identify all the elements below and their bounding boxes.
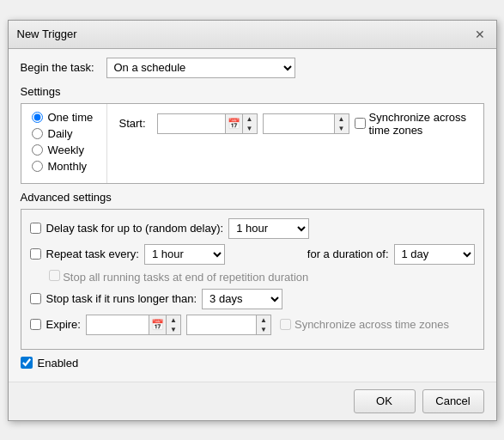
settings-label: Settings <box>21 85 484 98</box>
enabled-label: Enabled <box>38 357 79 370</box>
for-duration-label: for a duration of: <box>307 248 389 260</box>
advanced-group: Delay task for up to (random delay): 1 h… <box>21 209 484 350</box>
radio-one-time-label: One time <box>48 111 94 124</box>
close-button[interactable]: ✕ <box>472 27 488 42</box>
stop-longer-label: Stop task if it runs longer than: <box>46 292 197 305</box>
delay-select-wrap: 1 hour 30 minutes 1 day <box>228 218 309 239</box>
radio-daily[interactable]: Daily <box>32 127 96 140</box>
radio-group: One time Daily Weekly Monthly <box>21 104 107 183</box>
stop-longer-select-wrap: 3 days 30 minutes 1 hour 2 hours 4 hours… <box>202 289 282 309</box>
time-spin-up[interactable]: ▲ <box>335 114 349 124</box>
footer: OK Cancel <box>9 382 496 420</box>
start-row: Start: 10/17/2024 📅 ▲ ▼ 3:46:33 AM ▲ <box>116 111 475 137</box>
expire-time-input[interactable]: 3:46:34 AM <box>187 315 256 334</box>
date-spin-down[interactable]: ▼ <box>243 124 257 133</box>
repeat-label: Repeat task every: <box>46 248 139 260</box>
start-label: Start: <box>119 117 152 130</box>
sync-timezone-row: Synchronize across time zones <box>355 111 475 137</box>
calendar-button[interactable]: 📅 <box>225 114 242 133</box>
expire-row: Expire: 10/17/2025 📅 ▲ ▼ 3:46:34 AM ▲ ▼ <box>30 315 475 335</box>
expire-calendar-button[interactable]: 📅 <box>149 315 166 334</box>
cancel-button[interactable]: Cancel <box>422 389 484 413</box>
enabled-checkbox[interactable] <box>21 357 33 369</box>
start-time-input-wrap: 3:46:33 AM ▲ ▼ <box>263 113 349 134</box>
start-date-input[interactable]: 10/17/2024 <box>158 114 225 133</box>
begin-task-row: Begin the task: On a schedule At log on … <box>21 58 484 78</box>
radio-weekly-label: Weekly <box>48 144 84 156</box>
enabled-row: Enabled <box>21 357 484 370</box>
expire-sync-label: Synchronize across time zones <box>295 318 449 331</box>
stop-longer-row: Stop task if it runs longer than: 3 days… <box>30 289 475 309</box>
repeat-select-wrap: 1 hour 5 minutes 10 minutes 15 minutes 3… <box>144 244 225 265</box>
repeat-checkbox[interactable] <box>30 248 41 260</box>
expire-label: Expire: <box>46 318 81 331</box>
radio-daily-label: Daily <box>48 127 73 140</box>
time-spin-down[interactable]: ▼ <box>335 124 349 133</box>
for-duration-select-wrap: 1 day 30 minutes 1 hour 12 hours Indefin… <box>394 244 475 265</box>
stop-all-checkbox[interactable] <box>49 270 60 281</box>
stop-all-label: Stop all running tasks at end of repetit… <box>63 271 308 284</box>
ok-button[interactable]: OK <box>354 389 416 413</box>
for-duration-row: for a duration of: 1 day 30 minutes 1 ho… <box>307 244 475 265</box>
stop-all-row: Stop all running tasks at end of repetit… <box>49 270 475 284</box>
repeat-task-row: Repeat task every: 1 hour 5 minutes 10 m… <box>30 244 475 265</box>
start-time-input[interactable]: 3:46:33 AM <box>264 114 334 133</box>
advanced-label: Advanced settings <box>21 191 484 204</box>
delay-select[interactable]: 1 hour 30 minutes 1 day <box>229 219 308 238</box>
stop-longer-select[interactable]: 3 days 30 minutes 1 hour 2 hours 4 hours… <box>203 290 282 309</box>
titlebar: New Trigger ✕ <box>9 21 496 49</box>
expire-date-spin-down[interactable]: ▼ <box>167 325 180 334</box>
stop-longer-checkbox[interactable] <box>30 293 41 304</box>
expire-date-wrap: 10/17/2025 📅 ▲ ▼ <box>86 315 181 335</box>
start-date-input-wrap: 10/17/2024 📅 ▲ ▼ <box>157 113 258 134</box>
delay-checkbox[interactable] <box>30 223 41 234</box>
expire-time-wrap: 3:46:34 AM ▲ ▼ <box>186 315 271 335</box>
sync-timezone-checkbox[interactable] <box>355 118 366 129</box>
for-duration-select[interactable]: 1 day 30 minutes 1 hour 12 hours Indefin… <box>395 245 474 264</box>
expire-time-spin-down[interactable]: ▼ <box>257 325 270 334</box>
expire-sync-checkbox[interactable] <box>280 319 291 330</box>
expire-date-spin-up[interactable]: ▲ <box>167 315 180 325</box>
new-trigger-dialog: New Trigger ✕ Begin the task: On a sched… <box>8 20 497 421</box>
expire-checkbox[interactable] <box>30 319 41 330</box>
radio-weekly[interactable]: Weekly <box>32 144 96 156</box>
radio-one-time[interactable]: One time <box>32 111 96 124</box>
delay-label: Delay task for up to (random delay): <box>46 222 224 235</box>
begin-task-select[interactable]: On a schedule At log on At startup On id… <box>106 58 295 78</box>
radio-monthly[interactable]: Monthly <box>32 160 96 173</box>
date-spin-up[interactable]: ▲ <box>243 114 257 124</box>
dialog-title: New Trigger <box>17 28 77 40</box>
begin-task-label: Begin the task: <box>21 61 106 74</box>
expire-date-input[interactable]: 10/17/2025 <box>87 315 149 334</box>
delay-task-row: Delay task for up to (random delay): 1 h… <box>30 218 475 239</box>
radio-monthly-label: Monthly <box>48 160 88 173</box>
sync-timezone-label: Synchronize across time zones <box>369 111 475 137</box>
expire-sync-row: Synchronize across time zones <box>280 318 449 331</box>
start-section: Start: 10/17/2024 📅 ▲ ▼ 3:46:33 AM ▲ <box>107 104 483 183</box>
expire-time-spin-up[interactable]: ▲ <box>257 315 270 325</box>
repeat-select[interactable]: 1 hour 5 minutes 10 minutes 15 minutes 3… <box>145 245 224 264</box>
